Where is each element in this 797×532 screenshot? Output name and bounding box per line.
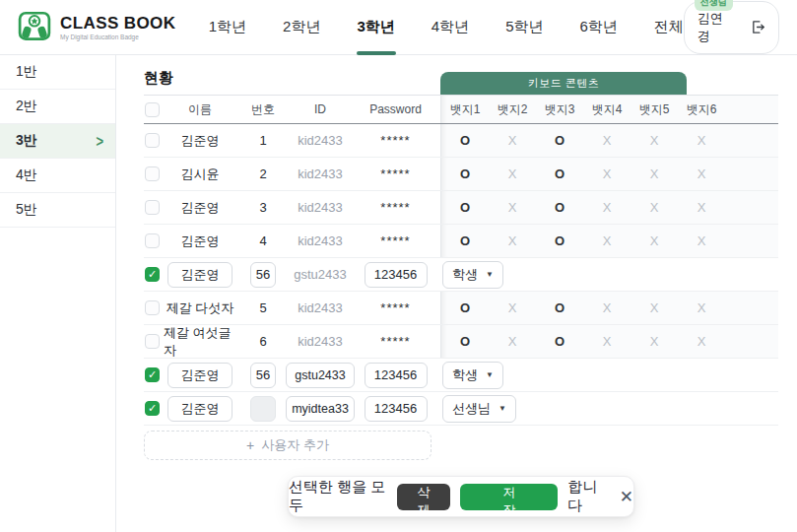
- col-header-badge: 뱃지5: [631, 101, 678, 118]
- badge-cells: OXOXXX: [440, 158, 778, 190]
- tab-1학년[interactable]: 1학년: [209, 0, 246, 54]
- badge-cells: OXOXXX: [440, 124, 778, 157]
- app-header: CLASS BOOK My Digital Education Badge 1학…: [0, 0, 797, 55]
- logout-icon[interactable]: [751, 20, 765, 34]
- name-input[interactable]: [167, 396, 232, 422]
- row-checkbox[interactable]: [145, 334, 160, 349]
- plus-icon: +: [246, 437, 254, 453]
- row-checkbox[interactable]: ✓: [145, 267, 160, 282]
- role-select-value: 학생: [452, 366, 478, 384]
- role-select[interactable]: 학생▼: [442, 261, 503, 289]
- select-all-checkbox[interactable]: [145, 102, 160, 117]
- action-bar-suffix: 합니다: [567, 478, 607, 515]
- row-checkbox[interactable]: [145, 133, 160, 148]
- badge-value: X: [583, 166, 631, 181]
- table-head-zone: 현황 키보드 콘텐츠: [144, 59, 778, 95]
- table-row: ✓선생님▼: [144, 392, 778, 426]
- tab-4학년[interactable]: 4학년: [432, 0, 469, 54]
- tab-2학년[interactable]: 2학년: [283, 0, 320, 54]
- sidebar-item-2반[interactable]: 2반: [0, 90, 115, 124]
- password-input[interactable]: [365, 363, 428, 388]
- student-password: *****: [351, 133, 440, 148]
- action-bar-prefix: 선택한 행을 모두: [289, 478, 387, 515]
- row-checkbox[interactable]: [145, 200, 160, 215]
- chevron-right-icon: >: [96, 132, 103, 150]
- student-number: 2: [236, 166, 290, 181]
- badge-value: O: [536, 133, 583, 148]
- badge-value: X: [489, 200, 536, 215]
- user-name: 김연경: [697, 10, 735, 45]
- students-table: 이름 번호 ID Password 뱃지1뱃지2뱃지3뱃지4뱃지5뱃지6 김준영…: [144, 95, 778, 460]
- chevron-down-icon: ▼: [486, 270, 494, 279]
- user-chip[interactable]: 선생님 김연경: [684, 1, 779, 54]
- row-checkbox[interactable]: [145, 166, 160, 181]
- badge-value: X: [631, 233, 678, 248]
- sidebar-item-3반[interactable]: 3반>: [0, 124, 115, 159]
- table-row: ✓gstu2433학생▼: [144, 258, 778, 292]
- delete-button[interactable]: 삭제: [397, 484, 451, 510]
- add-user-button[interactable]: + 사용자 추가: [144, 431, 432, 460]
- row-checkbox[interactable]: ✓: [145, 401, 160, 416]
- logo-text: CLASS BOOK My Digital Education Badge: [60, 15, 175, 40]
- col-header-badge: 뱃지1: [441, 101, 489, 118]
- password-input[interactable]: [365, 396, 428, 422]
- badge-value: O: [441, 334, 489, 349]
- number-input[interactable]: [250, 363, 276, 388]
- badge-value: X: [583, 133, 631, 148]
- student-id: kid2433: [290, 166, 351, 181]
- page-body: 1반2반3반>4반5반 현황 키보드 콘텐츠 이름 번호 ID Password…: [0, 55, 797, 532]
- col-header-name: 이름: [164, 101, 236, 118]
- badge-value: X: [583, 233, 631, 248]
- student-number: 1: [236, 133, 290, 148]
- password-input[interactable]: [365, 262, 428, 288]
- sidebar-item-label: 3반: [16, 132, 37, 150]
- student-number: 4: [236, 233, 290, 248]
- badge-value: X: [678, 300, 725, 315]
- role-select[interactable]: 선생님▼: [442, 395, 516, 423]
- badge-cells: OXOXXX: [440, 191, 778, 224]
- badge-value: O: [441, 166, 489, 181]
- tab-6학년[interactable]: 6학년: [579, 0, 617, 54]
- name-input[interactable]: [167, 262, 232, 288]
- name-input[interactable]: [167, 363, 232, 388]
- tab-3학년[interactable]: 3학년: [357, 0, 394, 54]
- student-name: 제갈 여섯글자: [164, 324, 236, 360]
- student-password: *****: [351, 300, 440, 315]
- chevron-down-icon: ▼: [498, 404, 506, 413]
- student-name: 김준영: [164, 199, 236, 217]
- class-sidebar: 1반2반3반>4반5반: [0, 55, 116, 532]
- student-id: kid2433: [290, 334, 351, 349]
- sidebar-item-4반[interactable]: 4반: [0, 159, 115, 193]
- table-row: 김준영4kid2433*****OXOXXX: [144, 225, 778, 258]
- sidebar-item-5반[interactable]: 5반: [0, 193, 115, 228]
- close-icon[interactable]: ✕: [620, 487, 633, 507]
- table-row: 김준영3kid2433*****OXOXXX: [144, 191, 778, 225]
- student-id: kid2433: [290, 300, 351, 315]
- badge-value: X: [631, 200, 678, 215]
- classbook-logo-icon: [18, 9, 51, 46]
- sidebar-item-label: 1반: [16, 63, 37, 81]
- tab-5학년[interactable]: 5학년: [505, 0, 543, 54]
- sidebar-item-1반[interactable]: 1반: [0, 55, 115, 90]
- badge-header-cells: 뱃지1뱃지2뱃지3뱃지4뱃지5뱃지6: [440, 96, 778, 123]
- row-checkbox[interactable]: [145, 300, 160, 315]
- student-password: *****: [351, 233, 440, 248]
- add-user-label: 사용자 추가: [261, 436, 329, 454]
- tab-전체[interactable]: 전체: [654, 0, 684, 54]
- id-input[interactable]: [286, 363, 355, 388]
- row-checkbox[interactable]: ✓: [145, 367, 160, 382]
- row-checkbox[interactable]: [145, 233, 160, 248]
- badge-value: X: [489, 300, 536, 315]
- id-input[interactable]: [286, 396, 355, 422]
- number-input[interactable]: [250, 396, 276, 422]
- save-button[interactable]: 저장: [460, 484, 558, 510]
- badge-value: O: [536, 166, 583, 181]
- badge-value: X: [489, 233, 536, 248]
- number-input[interactable]: [250, 262, 276, 288]
- section-title: 현황: [144, 69, 173, 88]
- badge-value: X: [489, 133, 536, 148]
- badge-value: X: [583, 200, 631, 215]
- badge-value: X: [583, 334, 631, 349]
- role-select[interactable]: 학생▼: [442, 362, 503, 389]
- student-name: 제갈 다섯자: [164, 299, 236, 317]
